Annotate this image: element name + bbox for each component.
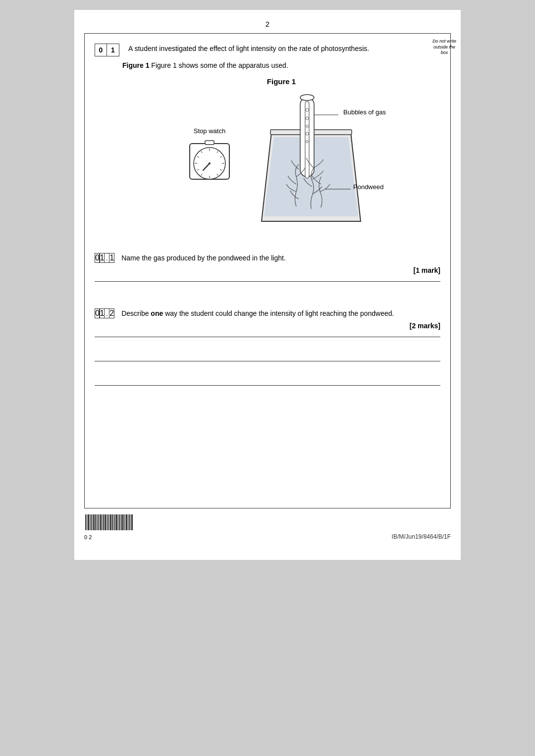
figure-1: Stop watch xyxy=(122,93,440,238)
svg-rect-60 xyxy=(128,514,128,530)
svg-rect-44 xyxy=(105,514,106,530)
figure-intro: Figure 1 Figure 1 shows some of the appa… xyxy=(122,61,440,69)
question-01-row: 0 1 A student investigated the effect of… xyxy=(95,44,440,56)
svg-rect-45 xyxy=(107,514,107,530)
svg-rect-62 xyxy=(130,514,131,530)
svg-rect-59 xyxy=(126,514,127,530)
question-012-box: 0 1 . 2 xyxy=(95,308,114,318)
q012-answer-line-2 xyxy=(95,361,440,361)
q012-d2: 2 xyxy=(109,308,114,318)
exam-page: 2 Do not write outside the box 0 1 A stu… xyxy=(74,10,461,560)
q012-answer-line-3 xyxy=(95,385,440,386)
bubbles-label: Bubbles of gas xyxy=(343,108,386,116)
svg-point-15 xyxy=(209,162,211,164)
svg-rect-31 xyxy=(87,514,87,530)
svg-rect-54 xyxy=(119,514,120,530)
question-011-row: 0 1 . 1 Name the gas produced by the pon… xyxy=(95,253,440,263)
q011-marks: [1 mark] xyxy=(95,266,440,274)
barcode-label: 0 2 xyxy=(84,534,92,540)
svg-rect-35 xyxy=(92,514,93,530)
svg-rect-38 xyxy=(97,514,97,530)
figure-title: Figure 1 xyxy=(122,77,440,86)
question-011-box: 0 1 . 1 xyxy=(95,253,114,263)
svg-rect-50 xyxy=(113,514,114,530)
apparatus-area: Bubbles of gas Pondweed xyxy=(247,93,375,238)
svg-point-23 xyxy=(306,108,309,111)
svg-rect-57 xyxy=(123,514,124,530)
svg-rect-56 xyxy=(121,514,123,530)
svg-rect-30 xyxy=(85,514,86,530)
svg-rect-52 xyxy=(116,514,117,530)
svg-point-24 xyxy=(306,117,309,120)
stopwatch-drawing xyxy=(187,138,232,182)
svg-rect-21 xyxy=(305,101,309,178)
svg-rect-53 xyxy=(118,514,118,530)
svg-rect-58 xyxy=(125,514,125,530)
q01-digit-1: 1 xyxy=(107,44,119,56)
barcode-area: 0 2 xyxy=(84,513,134,540)
page-number: 2 xyxy=(74,20,461,28)
svg-point-26 xyxy=(306,132,309,135)
barcode xyxy=(84,513,134,533)
outer-border: Do not write outside the box 0 1 A stude… xyxy=(84,33,451,508)
do-not-write-notice: Do not write outside the box xyxy=(429,39,459,56)
svg-rect-47 xyxy=(109,514,109,530)
q01-digit-0: 0 xyxy=(95,44,107,56)
svg-rect-48 xyxy=(110,514,111,530)
svg-point-22 xyxy=(300,95,314,101)
svg-point-25 xyxy=(306,125,309,128)
exam-code: IB/M/Jun19/8464/B/1F xyxy=(392,533,451,540)
svg-rect-37 xyxy=(95,514,96,530)
svg-rect-63 xyxy=(131,514,133,530)
bottom-bar: 0 2 IB/M/Jun19/8464/B/1F xyxy=(84,513,451,540)
svg-rect-55 xyxy=(120,514,121,530)
svg-rect-33 xyxy=(90,514,90,530)
q011-d2: 1 xyxy=(109,253,114,263)
svg-rect-49 xyxy=(112,514,113,530)
svg-rect-34 xyxy=(91,514,92,530)
svg-rect-32 xyxy=(88,514,89,530)
question-01-text: A student investigated the effect of lig… xyxy=(128,44,440,54)
svg-rect-39 xyxy=(98,514,99,530)
svg-rect-43 xyxy=(103,514,104,530)
svg-rect-51 xyxy=(114,514,115,530)
q011-answer-line-1 xyxy=(95,281,440,282)
question-01-box: 0 1 xyxy=(95,44,119,56)
q012-answer-line-1 xyxy=(95,337,440,337)
svg-rect-41 xyxy=(100,514,102,530)
svg-rect-16 xyxy=(205,141,214,145)
question-012-text: Describe one way the student could chang… xyxy=(121,308,440,319)
stopwatch-area: Stop watch xyxy=(187,127,232,182)
question-011-text: Name the gas produced by the pondweed in… xyxy=(121,253,440,263)
stopwatch-label: Stop watch xyxy=(194,127,225,135)
svg-point-27 xyxy=(306,141,309,143)
q012-marks: [2 marks] xyxy=(95,322,440,330)
question-012-row: 0 1 . 2 Describe one way the student cou… xyxy=(95,308,440,319)
pondweed-label: Pondweed xyxy=(353,183,383,191)
svg-rect-42 xyxy=(102,514,103,530)
svg-rect-36 xyxy=(93,514,95,530)
svg-rect-46 xyxy=(107,514,108,530)
svg-rect-61 xyxy=(129,514,130,530)
svg-rect-40 xyxy=(99,514,100,530)
